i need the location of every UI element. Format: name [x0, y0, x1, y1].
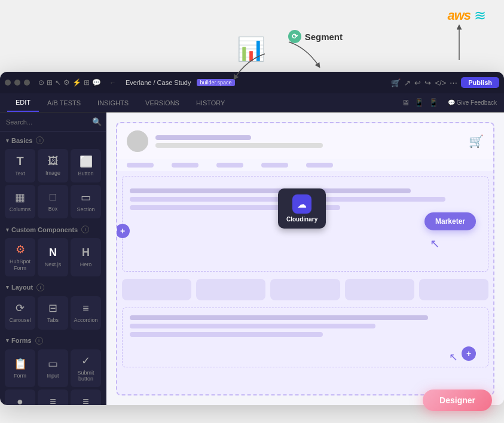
chart-brand-icon: 📊	[237, 36, 265, 62]
component-carousel[interactable]: ⟳ Carousel	[5, 296, 35, 330]
search-bar: 🔍	[0, 112, 106, 132]
form-icon: 📋	[14, 357, 27, 370]
component-hubspot[interactable]: ⚙ HubSpot Form	[5, 238, 35, 276]
custom-chevron[interactable]: ▾	[6, 227, 9, 233]
label-icon: ●	[17, 395, 23, 405]
nav-grid-icon[interactable]: ⊞	[47, 78, 53, 87]
app-window: ⊙ ⊞ ↖ ⚙ ⚡ ⊞ 💬 ← Everlane / Case Study bu…	[0, 72, 504, 405]
component-select[interactable]: ≡ Select	[38, 389, 68, 405]
component-submit[interactable]: ✓ Submit button	[71, 349, 101, 388]
tab-ab-tests[interactable]: A/B TESTS	[39, 93, 89, 112]
mockup-header-lines	[155, 135, 462, 148]
tab-edit[interactable]: EDIT	[7, 93, 39, 112]
layout-grid: ⟳ Carousel ⊟ Tabs ≡ Accordion	[0, 294, 106, 332]
nav-cursor-icon[interactable]: ↖	[55, 78, 61, 87]
component-label[interactable]: ● Label	[5, 389, 35, 405]
forms-chevron[interactable]: ▾	[6, 337, 9, 343]
bottom-section: + ↖	[122, 308, 488, 367]
component-columns[interactable]: ▦ Columns	[5, 185, 35, 218]
tabs-icon: ⊟	[48, 302, 57, 315]
component-tabs[interactable]: ⊟ Tabs	[38, 296, 68, 330]
cloudinary-chip: ☁ Cloudinary	[278, 188, 326, 229]
cart-icon[interactable]: 🛒	[391, 78, 401, 87]
cards-row	[117, 276, 493, 303]
nav-chat-icon[interactable]: 💬	[92, 78, 101, 87]
component-image[interactable]: 🖼 Image	[38, 149, 68, 182]
marketer-label: Marketer	[435, 217, 465, 226]
add-bottom-btn[interactable]: +	[462, 346, 476, 361]
publish-button[interactable]: Publish	[461, 77, 499, 88]
topbar-dot-1	[5, 80, 11, 86]
card-4	[345, 279, 414, 300]
component-nextjs[interactable]: N Next.js	[38, 238, 68, 276]
component-text[interactable]: T Text	[5, 149, 35, 182]
sidebar: 🔍 ▾ Basics i T Text 🖼 Image ⬜ But	[0, 112, 106, 405]
share-icon[interactable]: ↗	[404, 78, 411, 87]
card-5	[419, 279, 488, 300]
device-icons: 🖥 📱 📱	[402, 98, 438, 107]
page-mockup: 🛒 + ☁ Cloudinary	[116, 122, 494, 395]
aws-icon: aws	[447, 8, 471, 23]
mobile-icon[interactable]: 📱	[429, 98, 438, 107]
more-icon[interactable]: ⋯	[450, 78, 457, 87]
section-basics: ▾ Basics i	[0, 132, 106, 147]
nav-table-icon[interactable]: ⊞	[84, 78, 90, 87]
custom-info-icon: i	[81, 226, 89, 233]
component-accordion[interactable]: ≡ Accordion	[71, 296, 101, 330]
nav-1	[127, 163, 154, 168]
columns-icon: ▦	[15, 191, 25, 204]
search-icon: 🔍	[92, 117, 102, 126]
card-2	[196, 279, 265, 300]
hero-section: + ☁ Cloudinary Marketer ↖	[122, 176, 488, 272]
component-button[interactable]: ⬜ Button	[71, 149, 101, 182]
code-icon[interactable]: </>	[435, 78, 446, 87]
accordion-icon: ≡	[83, 302, 89, 315]
card-1	[122, 279, 191, 300]
layout-info-icon: i	[36, 284, 44, 291]
nav-home-icon[interactable]: ⊙	[38, 78, 44, 87]
topbar-nav: ⊙ ⊞ ↖ ⚙ ⚡ ⊞ 💬	[38, 78, 101, 87]
basics-grid: T Text 🖼 Image ⬜ Button ▦ Columns □ B	[0, 147, 106, 221]
feedback-button[interactable]: 💬 Give Feedback	[448, 99, 497, 106]
component-form[interactable]: 📋 Form	[5, 349, 35, 388]
redo-icon[interactable]: ↪	[424, 78, 431, 87]
tab-versions[interactable]: VERSIONS	[137, 93, 188, 112]
mockup-header: 🛒	[117, 123, 493, 159]
hero-icon: H	[82, 247, 90, 259]
textarea-icon: ≡	[83, 395, 89, 405]
layout-chevron[interactable]: ▾	[6, 284, 9, 290]
designer-button[interactable]: Designer	[423, 389, 492, 411]
tab-history[interactable]: HISTORY	[188, 93, 234, 112]
tab-insights[interactable]: INSIGHTS	[89, 93, 137, 112]
nav-gear-icon[interactable]: ⚙	[63, 78, 70, 87]
basics-chevron[interactable]: ▾	[6, 138, 9, 144]
cursor-bottom-icon: ↖	[449, 351, 458, 364]
cart-icon-mockup: 🛒	[469, 134, 484, 148]
button-icon: ⬜	[80, 155, 93, 168]
forms-grid: 📋 Form ▭ Input ✓ Submit button ● Label ≡	[0, 347, 106, 405]
mockup-nav	[117, 159, 493, 171]
forms-info-icon: i	[35, 337, 43, 345]
desktop-icon[interactable]: 🖥	[402, 98, 410, 107]
add-left-btn[interactable]: +	[116, 224, 130, 238]
main-content: 🔍 ▾ Basics i T Text 🖼 Image ⬜ But	[0, 112, 504, 405]
component-input[interactable]: ▭ Input	[38, 349, 68, 388]
section-custom-components: ▾ Custom Components i	[0, 221, 106, 236]
nav-back-icon[interactable]: ←	[109, 79, 116, 86]
search-input[interactable]	[6, 118, 88, 126]
card-3	[270, 279, 340, 300]
undo-icon[interactable]: ↩	[414, 78, 421, 87]
topbar-dot-2	[14, 80, 20, 86]
component-section[interactable]: ▭ Section	[71, 185, 101, 218]
nav-3	[216, 163, 243, 168]
submit-icon: ✓	[81, 354, 90, 367]
tablet-icon[interactable]: 📱	[414, 98, 424, 107]
feedback-icon: 💬	[448, 99, 455, 106]
box-icon: □	[50, 191, 56, 203]
component-hero[interactable]: H Hero	[71, 238, 101, 276]
topbar-actions: 🛒 ↗ ↩ ↪ </> ⋯ Publish	[391, 77, 499, 88]
component-box[interactable]: □ Box	[38, 185, 68, 218]
component-textarea[interactable]: ≡ Text area	[71, 389, 101, 405]
image-icon: 🖼	[48, 155, 59, 168]
nav-lightning-icon[interactable]: ⚡	[72, 78, 81, 87]
